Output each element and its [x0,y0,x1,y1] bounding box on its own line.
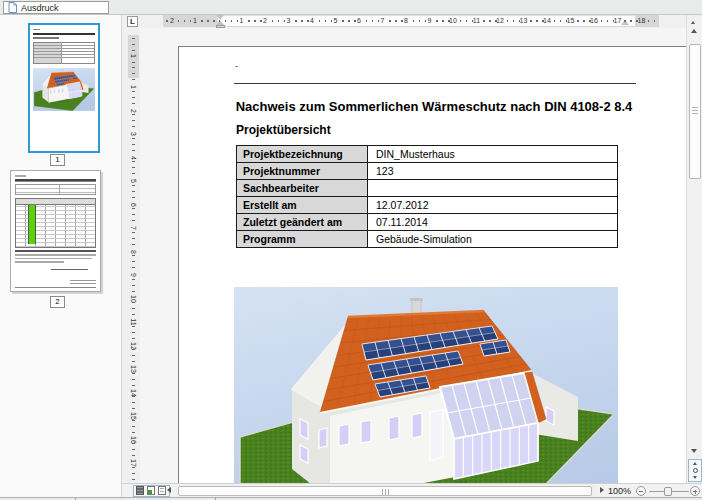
ruler-number: 11 [130,318,137,325]
next-page-button[interactable] [689,475,701,481]
ruler-number: 1 [130,54,137,58]
page-thumbnail-1[interactable] [28,23,100,153]
house-illustration [234,287,618,483]
ruler-dot [132,443,135,444]
vertical-scrollbar[interactable] [686,15,702,483]
ruler-dot [472,20,474,22]
ruler-dot [132,338,135,339]
ruler-dot [132,402,135,403]
ruler-dot [448,20,450,22]
ruler-dot [307,20,309,22]
tab-label: Ausdruck [21,3,59,13]
ruler-dot [219,20,221,22]
ruler-number: 7 [381,17,385,24]
ruler-dot [372,20,374,22]
scroll-up-icon[interactable] [691,29,697,33]
ruler-dot [466,20,468,22]
scroll-left-icon[interactable] [167,487,171,493]
zoom-slider-thumb[interactable] [664,487,672,496]
zoom-in-button[interactable] [690,486,700,496]
split-handle-icon[interactable] [691,21,695,24]
ruler-dot [536,20,538,22]
ruler-number: 5 [334,17,338,24]
ruler-dot [331,20,333,22]
ruler-dot [132,220,135,221]
mini-heading-line [33,37,59,39]
ruler-dot [566,20,568,22]
ruler-dot [225,20,227,22]
ruler-dot [132,161,135,162]
scroll-right-icon[interactable] [600,487,604,493]
ruler-number: 17 [614,17,622,24]
ruler-dot [489,20,491,22]
ruler-dot [325,20,327,22]
ruler-dot [132,167,135,168]
horizontal-scrollbar-thumb[interactable] [178,486,592,496]
ruler-dot [132,373,135,374]
mini-note-line [15,250,96,252]
page-layout-view-button[interactable] [147,486,156,496]
ruler-dot [413,20,415,22]
ruler-number: 8 [130,250,137,254]
ruler-dot [295,20,297,22]
scroll-down-icon[interactable] [691,449,697,453]
normal-view-button[interactable] [136,486,145,496]
ruler-dot [213,20,215,22]
ruler-dot [442,20,444,22]
ruler-dot [132,361,135,362]
vertical-scrollbar-thumb[interactable] [689,44,701,179]
ruler-dot [132,455,135,456]
ruler-number: 2 [130,109,137,113]
ruler-number: 1 [130,85,137,89]
document-icon [8,2,17,13]
ruler-dot [132,426,135,427]
ruler-number: 14 [130,389,137,397]
horizontal-scrollbar[interactable] [176,485,596,497]
ruler-dot [132,379,135,380]
tab-stop-selector[interactable]: L [127,16,138,27]
ruler-dot [132,473,135,474]
ruler-number: 7 [130,226,137,230]
ruler-dot [260,20,262,22]
outline-view-icon [158,486,166,495]
tab-ausdruck[interactable]: Ausdruck [3,1,109,14]
ruler-dot [132,120,135,121]
browse-buttons [688,459,702,482]
table-label-cell: Projektnummer [237,163,368,180]
outline-view-button[interactable] [158,486,167,496]
ruler-number: 6 [357,17,361,24]
previous-page-icon [693,462,697,465]
ruler-number: 14 [543,17,551,24]
ruler-dot [132,150,135,151]
table-label-cell: Erstellt am [237,197,368,214]
ruler-number: 16 [590,17,598,24]
ruler-number: 3 [130,132,137,136]
ruler-number: 4 [310,17,314,24]
previous-page-button[interactable] [689,461,701,467]
ruler-number: 5 [130,179,137,183]
table-label-cell: Programm [237,231,368,248]
zoom-out-button[interactable] [636,486,646,496]
ruler-dot [319,20,321,22]
ruler-dot [284,20,286,22]
page-number-badge-1[interactable]: 1 [50,154,65,166]
ruler-dot [460,20,462,22]
ruler-dot [132,44,135,45]
ruler-number: 12 [130,342,137,350]
ruler-number: 1 [240,17,244,24]
ruler-dot [132,420,135,421]
select-browse-object-button[interactable] [689,468,701,474]
page-number-badge-2[interactable]: 2 [50,296,65,308]
zoom-level: 100% [608,486,631,496]
ruler-dot [132,191,135,192]
page-thumbnail-2[interactable] [10,170,101,292]
ruler-dot [342,20,344,22]
ruler-dot [577,20,579,22]
ruler-number: 16 [130,436,137,444]
tab-bar: Ausdruck [0,0,702,15]
table-value-cell: DIN_Musterhaus [368,146,618,163]
ruler-dot [378,20,380,22]
ruler-dot [132,114,135,115]
section-heading: Projektübersicht [236,123,331,137]
ruler-number: 17 [130,459,137,467]
